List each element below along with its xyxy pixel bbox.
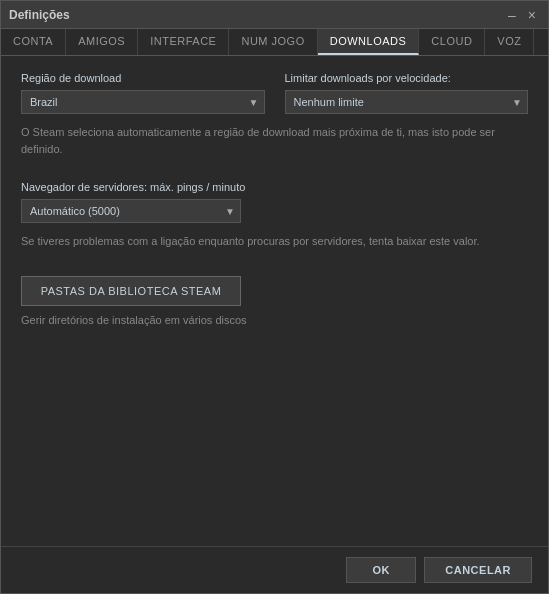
cancel-button[interactable]: CANCELAR bbox=[424, 557, 532, 583]
folders-section: PASTAS DA BIBLIOTECA STEAM Gerir diretór… bbox=[21, 276, 528, 329]
settings-window: Definições – × CONTA AMIGOS INTERFACE NU… bbox=[0, 0, 549, 594]
ok-button[interactable]: OK bbox=[346, 557, 416, 583]
tab-voz[interactable]: VOZ bbox=[485, 29, 534, 55]
server-description: Se tiveres problemas com a ligação enqua… bbox=[21, 233, 528, 250]
tab-amigos[interactable]: AMIGOS bbox=[66, 29, 138, 55]
content-area: Região de download Brazil Argentina USA … bbox=[1, 56, 548, 546]
tab-conta[interactable]: CONTA bbox=[1, 29, 66, 55]
region-col: Região de download Brazil Argentina USA … bbox=[21, 72, 265, 114]
region-label: Região de download bbox=[21, 72, 265, 84]
steam-folders-button[interactable]: PASTAS DA BIBLIOTECA STEAM bbox=[21, 276, 241, 306]
minimize-button[interactable]: – bbox=[504, 8, 520, 22]
window-controls: – × bbox=[504, 8, 540, 22]
title-bar: Definições – × bbox=[1, 1, 548, 29]
tab-num-jogo[interactable]: NUM JOGO bbox=[229, 29, 317, 55]
close-button[interactable]: × bbox=[524, 8, 540, 22]
region-select-wrapper: Brazil Argentina USA - East USA - West ▼ bbox=[21, 90, 265, 114]
server-select[interactable]: Automático (5000) 500 1000 2500 bbox=[21, 199, 241, 223]
tab-interface[interactable]: INTERFACE bbox=[138, 29, 229, 55]
footer: OK CANCELAR bbox=[1, 546, 548, 593]
speed-select[interactable]: Nenhum limite 10 MB/s 5 MB/s 1 MB/s bbox=[285, 90, 529, 114]
top-row: Região de download Brazil Argentina USA … bbox=[21, 72, 528, 114]
tab-cloud[interactable]: CLOUD bbox=[419, 29, 485, 55]
server-section: Navegador de servidores: máx. pings / mi… bbox=[21, 175, 528, 223]
speed-select-wrapper: Nenhum limite 10 MB/s 5 MB/s 1 MB/s ▼ bbox=[285, 90, 529, 114]
speed-label: Limitar downloads por velocidade: bbox=[285, 72, 529, 84]
tab-downloads[interactable]: DOWNLOADS bbox=[318, 29, 420, 55]
region-select[interactable]: Brazil Argentina USA - East USA - West bbox=[21, 90, 265, 114]
server-label: Navegador de servidores: máx. pings / mi… bbox=[21, 181, 528, 193]
speed-col: Limitar downloads por velocidade: Nenhum… bbox=[285, 72, 529, 114]
window-title: Definições bbox=[9, 8, 70, 22]
region-description: O Steam seleciona automaticamente a regi… bbox=[21, 124, 528, 157]
server-select-wrapper: Automático (5000) 500 1000 2500 ▼ bbox=[21, 199, 241, 223]
tab-bar: CONTA AMIGOS INTERFACE NUM JOGO DOWNLOAD… bbox=[1, 29, 548, 56]
folders-description: Gerir diretórios de instalação em vários… bbox=[21, 312, 528, 329]
